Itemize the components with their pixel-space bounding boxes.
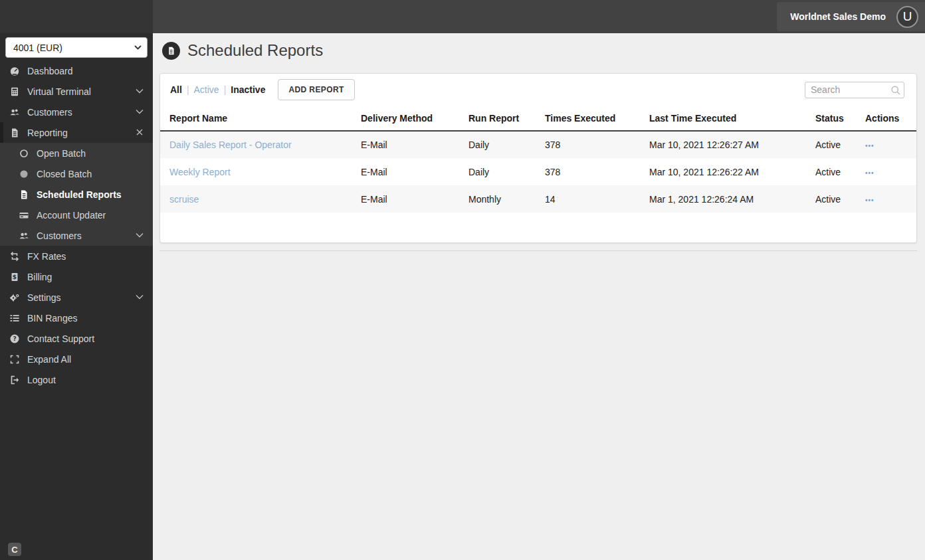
sidebar: 4001 (EUR) Dashboard Virtual Terminal Cu…: [0, 33, 153, 560]
delivery-method-cell: E-Mail: [352, 131, 459, 158]
sidebar-item-label: Dashboard: [27, 66, 73, 76]
sidebar-item-fx-rates[interactable]: FX Rates: [0, 246, 153, 266]
scheduled-reports-page-icon: [162, 42, 180, 60]
open-batch-icon: [19, 148, 29, 159]
actions-menu-button[interactable]: •••: [865, 142, 874, 149]
sidebar-item-label: Expand All: [27, 354, 71, 365]
sidebar-item-reporting[interactable]: Reporting: [0, 122, 153, 143]
filter-inactive[interactable]: Inactive: [231, 84, 265, 95]
contact-support-icon: ?: [9, 333, 20, 344]
run-report-cell: Monthly: [459, 185, 536, 213]
actions-menu-button[interactable]: •••: [865, 197, 874, 204]
filter-active[interactable]: Active: [194, 84, 219, 95]
times-executed-cell: 14: [536, 185, 640, 213]
virtual-terminal-icon: [9, 86, 20, 97]
sidebar-item-label: Contact Support: [27, 333, 94, 344]
sidebar-item-logout[interactable]: Logout: [0, 369, 153, 390]
user-badge[interactable]: Worldnet Sales Demo U: [777, 2, 925, 31]
sidebar-item-account-updater[interactable]: Account Updater: [0, 205, 153, 225]
sidebar-item-virtual-terminal[interactable]: Virtual Terminal: [0, 81, 153, 102]
status-filters: All | Active | Inactive: [170, 84, 265, 95]
col-actions: Actions: [856, 106, 916, 131]
sidebar-item-label: Closed Batch: [37, 169, 92, 179]
fx-rates-icon: [9, 251, 20, 262]
avatar-letter: U: [903, 9, 912, 24]
main-content: Scheduled Reports All | Active | Inactiv…: [153, 33, 925, 560]
svg-text:$: $: [13, 274, 17, 280]
account-select[interactable]: 4001 (EUR): [5, 37, 148, 58]
sidebar-item-customers[interactable]: Customers: [0, 102, 153, 122]
last-time-executed-cell: Mar 10, 2021 12:26:27 AM: [640, 131, 806, 158]
reports-card: All | Active | Inactive ADD REPORT Repor…: [159, 73, 917, 243]
chevron-down-icon[interactable]: [134, 230, 145, 242]
col-last-time-executed: Last Time Executed: [640, 106, 806, 131]
page-header: Scheduled Reports: [162, 41, 323, 60]
report-name-link[interactable]: scruise: [169, 194, 199, 205]
content-divider: [159, 250, 917, 251]
closed-batch-icon: [19, 169, 29, 179]
topbar-left-segment: [0, 0, 153, 33]
sidebar-item-label: Settings: [27, 292, 61, 303]
sidebar-item-label: Open Batch: [37, 148, 86, 159]
times-executed-cell: 378: [536, 131, 640, 158]
reporting-icon: [9, 128, 20, 138]
sidebar-item-open-batch[interactable]: Open Batch: [0, 143, 153, 163]
svg-text:?: ?: [13, 335, 16, 342]
billing-icon: $: [9, 272, 20, 282]
status-cell: Active: [806, 131, 856, 158]
bin-ranges-icon: [9, 313, 20, 324]
sidebar-item-billing[interactable]: $ Billing: [0, 266, 153, 287]
table-header-row: Report Name Delivery Method Run Report T…: [160, 106, 916, 131]
status-cell: Active: [806, 185, 856, 213]
sidebar-item-customers-sub[interactable]: Customers: [0, 225, 153, 246]
search-wrap: [805, 82, 904, 98]
page-title: Scheduled Reports: [187, 41, 323, 60]
topbar: Worldnet Sales Demo U: [0, 0, 925, 33]
report-name-link[interactable]: Daily Sales Report - Operator: [169, 140, 292, 150]
add-report-button[interactable]: ADD REPORT: [278, 79, 354, 100]
account-updater-icon: [19, 210, 29, 221]
reports-table: Report Name Delivery Method Run Report T…: [160, 106, 916, 213]
run-report-cell: Daily: [459, 158, 536, 185]
sidebar-item-contact-support[interactable]: ? Contact Support: [0, 328, 153, 349]
sidebar-item-closed-batch[interactable]: Closed Batch: [0, 163, 153, 184]
customers-icon: [19, 231, 29, 241]
sidebar-item-scheduled-reports[interactable]: Scheduled Reports: [0, 184, 153, 205]
sidebar-item-dashboard[interactable]: Dashboard: [0, 60, 153, 81]
chevron-down-icon[interactable]: [134, 292, 145, 304]
chevron-down-icon[interactable]: [134, 106, 145, 119]
filter-all[interactable]: All: [170, 84, 182, 95]
expand-all-icon: [9, 354, 20, 365]
col-times-executed: Times Executed: [536, 106, 640, 131]
col-delivery-method: Delivery Method: [352, 106, 459, 131]
actions-menu-button[interactable]: •••: [865, 169, 874, 177]
status-cell: Active: [806, 158, 856, 185]
sidebar-item-settings[interactable]: Settings: [0, 287, 153, 308]
sidebar-item-label: Billing: [27, 272, 52, 282]
table-row: scruise E-Mail Monthly 14 Mar 1, 2021 12…: [160, 185, 916, 213]
merchant-name: Worldnet Sales Demo: [790, 11, 886, 22]
sidebar-item-bin-ranges[interactable]: BIN Ranges: [0, 308, 153, 328]
sidebar-item-label: Virtual Terminal: [27, 86, 91, 97]
report-name-link[interactable]: Weekly Report: [169, 167, 231, 177]
scheduled-reports-icon: [19, 189, 29, 200]
sidebar-item-label: Scheduled Reports: [37, 189, 122, 200]
sidebar-item-expand-all[interactable]: Expand All: [0, 349, 153, 369]
dashboard-icon: [9, 66, 20, 76]
chevron-down-icon[interactable]: [134, 86, 145, 98]
sidebar-item-label: Logout: [27, 375, 56, 385]
sidebar-item-label: Reporting: [27, 128, 68, 138]
sidebar-item-label: BIN Ranges: [27, 313, 77, 324]
table-row: Daily Sales Report - Operator E-Mail Dai…: [160, 131, 916, 158]
sidebar-item-label: Account Updater: [37, 210, 106, 221]
col-status: Status: [806, 106, 856, 131]
sidebar-item-label: Customers: [27, 107, 72, 118]
run-report-cell: Daily: [459, 131, 536, 158]
sidebar-item-label: Customers: [37, 231, 82, 241]
close-icon[interactable]: [134, 127, 145, 140]
logout-icon: [9, 375, 20, 385]
footer-logo-letter: C: [11, 545, 17, 555]
col-run-report: Run Report: [459, 106, 536, 131]
user-avatar[interactable]: U: [896, 6, 918, 28]
search-input[interactable]: [805, 82, 904, 98]
